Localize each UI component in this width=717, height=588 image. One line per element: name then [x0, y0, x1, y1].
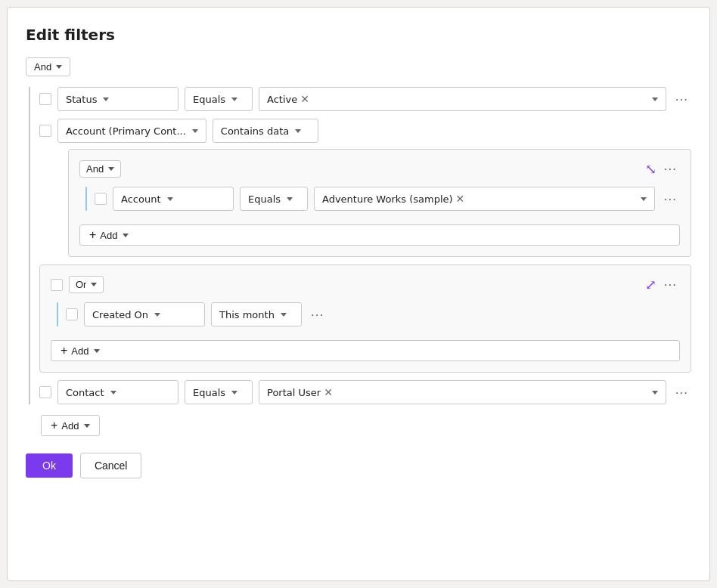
filter-row-2-collapse-icon[interactable]: ⤡: [645, 161, 656, 177]
filter-row-4-field-dropdown[interactable]: Contact: [57, 380, 178, 404]
filter-row-2-nested-more-button[interactable]: ···: [661, 191, 680, 207]
filter-row-1-value-chevron-icon: [652, 97, 658, 101]
filter-row-2-nested-row: Account Equals Adve: [95, 187, 680, 211]
filter-row-4-field-chevron-icon: [110, 391, 116, 395]
filter-row-1-value-tag: Active ✕: [267, 94, 309, 105]
filter-row-2-field-chevron-icon: [192, 129, 198, 133]
filter-row-3-collapse-icon[interactable]: ⤢: [645, 277, 656, 292]
ok-button[interactable]: Ok: [26, 453, 73, 478]
filter-row-3-nested-checkbox[interactable]: [66, 308, 78, 320]
filter-row-2-add-chevron-icon: [123, 234, 129, 237]
filter-row-2-nested-value-chevron-icon: [641, 197, 647, 201]
filter-row-2-operator-dropdown[interactable]: Contains data: [213, 119, 318, 143]
filter-row-2-nested-field-chevron-icon: [167, 197, 173, 201]
filter-row-3-or-chevron-icon: [91, 283, 97, 286]
bottom-add-button[interactable]: + Add: [41, 415, 100, 436]
filter-row-1-value-close-icon[interactable]: ✕: [300, 94, 309, 104]
filter-row-3-checkbox[interactable]: [51, 279, 63, 291]
filter-row-2-inner-rows: Account Equals Adve: [79, 187, 680, 246]
filter-row-3-nested-operator-chevron-icon: [281, 313, 287, 317]
filter-row-2-more-button[interactable]: ···: [661, 161, 680, 177]
top-and-button[interactable]: And: [26, 57, 70, 76]
filter-row-2-group-box: And ⤡ ···: [68, 149, 691, 257]
filter-row-2-vline: [85, 187, 87, 211]
filter-row-2-operator-chevron-icon: [295, 129, 301, 133]
filter-row-2-nested-operator-chevron-icon: [287, 197, 293, 201]
filter-row-2-nested-content: Account Equals Adve: [95, 187, 680, 211]
filter-row-1-checkbox[interactable]: [39, 93, 51, 105]
filter-row-2-and-chevron-icon: [108, 167, 114, 171]
filter-row-1-operator-dropdown[interactable]: Equals: [185, 87, 253, 111]
filter-row-3-add-button[interactable]: + Add: [51, 340, 680, 361]
filter-row-3-group-box: Or ⤢ ···: [39, 265, 691, 373]
filter-row-1-operator-chevron-icon: [231, 97, 237, 101]
filter-row-1-field-dropdown[interactable]: Status: [57, 87, 178, 111]
filter-row-2-wrapper: Account (Primary Cont... Contains data A…: [39, 119, 691, 257]
filter-row-4: Contact Equals Portal User ✕ ···: [39, 380, 691, 404]
top-and-chevron-icon: [56, 65, 62, 69]
top-level-vline: [29, 87, 30, 404]
filter-row-2-group-actions: ⤡ ···: [645, 161, 680, 177]
filter-row-3-inner-rows: Created On This month ···: [51, 302, 680, 361]
filter-row-2-nested-checkbox[interactable]: [95, 193, 107, 205]
filter-container: Status Equals Active ✕ ···: [26, 87, 691, 404]
filter-row-4-value-tag: Portal User ✕: [267, 387, 333, 398]
filter-row-3-group-header: Or ⤢ ···: [51, 276, 680, 293]
filter-row-2-nested-connector: Account Equals Adve: [79, 187, 680, 211]
filter-row-2-add-button[interactable]: + Add: [79, 224, 680, 246]
filter-row-4-checkbox[interactable]: [39, 386, 51, 398]
filter-row-3-or-button[interactable]: Or: [69, 276, 104, 293]
filter-row-4-more-button[interactable]: ···: [672, 385, 691, 401]
filter-row-3-nested-field-chevron-icon: [154, 313, 160, 317]
filter-row-4-value-close-icon[interactable]: ✕: [324, 387, 333, 398]
filter-row-2-nested-operator-dropdown[interactable]: Equals: [240, 187, 308, 211]
filter-row-4-value-chevron-icon: [652, 391, 658, 395]
filter-row-1-field-chevron-icon: [103, 97, 109, 101]
modal-title: Edit filters: [26, 26, 691, 44]
filter-row-3-group-actions: ⤢ ···: [645, 277, 680, 292]
modal-footer: Ok Cancel: [26, 453, 691, 478]
filter-row-2-nested-value-tag: Adventure Works (sample) ✕: [322, 193, 464, 205]
filter-row-3-header-left: Or: [51, 276, 104, 293]
filter-row-2-nested-value-dropdown[interactable]: Adventure Works (sample) ✕: [314, 187, 655, 211]
filter-row-3-vline: [57, 302, 58, 326]
filter-row-2-header: Account (Primary Cont... Contains data: [39, 119, 691, 143]
filter-row-2-checkbox[interactable]: [39, 125, 51, 137]
filter-row-2-and-button[interactable]: And: [79, 160, 121, 178]
filter-row-3-add-plus-icon: +: [61, 345, 67, 357]
filter-row-2-nested-field-dropdown[interactable]: Account: [113, 187, 234, 211]
filter-row-3-nested-field-dropdown[interactable]: Created On: [84, 302, 205, 326]
filter-row-3-more-button[interactable]: ···: [661, 277, 680, 292]
edit-filters-modal: Edit filters And Status Equals: [7, 7, 710, 581]
filter-row-4-operator-dropdown[interactable]: Equals: [185, 380, 253, 404]
filter-row-1-value-dropdown[interactable]: Active ✕: [259, 87, 666, 111]
filter-row-3-nested-content: Created On This month ···: [66, 302, 680, 326]
top-and-label: And: [34, 61, 51, 73]
filter-row-1: Status Equals Active ✕ ···: [39, 87, 691, 111]
filter-row-3-nested-row: Created On This month ···: [66, 302, 680, 326]
filter-row-1-more-button[interactable]: ···: [672, 91, 691, 107]
bottom-add-chevron-icon: [84, 424, 90, 428]
filter-row-4-value-dropdown[interactable]: Portal User ✕: [259, 380, 666, 404]
filter-row-2-group-header: And ⤡ ···: [79, 160, 680, 178]
cancel-button[interactable]: Cancel: [80, 453, 142, 478]
filter-items: Status Equals Active ✕ ···: [39, 87, 691, 404]
filter-row-3-nested-more-button[interactable]: ···: [308, 307, 327, 323]
filter-row-2-add-plus-icon: +: [89, 229, 96, 241]
filter-row-3-nested-operator-dropdown[interactable]: This month: [211, 302, 302, 326]
bottom-add-plus-icon: +: [51, 419, 57, 432]
filter-row-3-nested-connector: Created On This month ···: [51, 302, 680, 326]
filter-row-3-wrapper: Or ⤢ ···: [39, 265, 691, 373]
filter-row-2-nested-value-close-icon[interactable]: ✕: [456, 193, 465, 204]
filter-row-2-field-dropdown[interactable]: Account (Primary Cont...: [57, 119, 206, 143]
filter-row-3-add-chevron-icon: [94, 349, 100, 353]
filter-row-4-operator-chevron-icon: [231, 391, 237, 395]
